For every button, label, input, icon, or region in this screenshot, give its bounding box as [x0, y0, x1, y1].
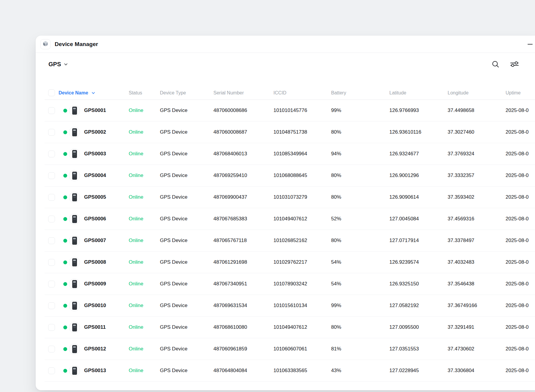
table-row[interactable]: GPS0010 Online GPS Device 487069631534 1…	[45, 295, 535, 317]
table-row[interactable]: GPS0006 Online GPS Device 487067685383 1…	[45, 208, 535, 230]
serial-number-value: 487069259410	[213, 173, 273, 178]
device-avatar	[69, 322, 80, 333]
serial-number-value: 487067340951	[213, 281, 273, 287]
column-header-iccid[interactable]: ICCID	[273, 90, 331, 96]
status-value: Online	[129, 259, 160, 265]
iccid-value: 101068088645	[273, 173, 331, 178]
column-header-device-type[interactable]: Device Type	[160, 90, 213, 96]
row-checkbox[interactable]	[48, 259, 55, 266]
online-status-dot-icon	[63, 130, 67, 134]
table-row[interactable]: GPS0003 Online GPS Device 487068406013 1…	[45, 143, 535, 165]
gps-tracker-icon	[72, 280, 77, 288]
battery-value: 80%	[331, 238, 389, 244]
row-checkbox[interactable]	[48, 346, 55, 353]
row-checkbox[interactable]	[48, 324, 55, 331]
iccid-value: 101085349964	[273, 151, 331, 157]
table-row[interactable]: GPS0007 Online GPS Device 487065767118 1…	[45, 230, 535, 252]
minimize-button[interactable]	[525, 40, 534, 49]
table-row[interactable]: GPS0002 Online GPS Device 487060008687 1…	[45, 121, 535, 143]
iccid-value: 101029762217	[273, 259, 331, 265]
online-status-dot-icon	[63, 217, 67, 221]
table-row[interactable]: GPS0011 Online GPS Device 487068610080 1…	[45, 317, 535, 338]
device-name-text: GPS0003	[84, 151, 106, 157]
table-row[interactable]: GPS0004 Online GPS Device 487069259410 1…	[45, 165, 535, 186]
row-checkbox[interactable]	[48, 367, 55, 374]
device-type-value: GPS Device	[160, 346, 213, 352]
clipped-edge-button[interactable]	[533, 59, 535, 69]
column-header-status[interactable]: Status	[129, 90, 160, 96]
status-value: Online	[129, 324, 160, 330]
device-type-value: GPS Device	[160, 259, 213, 265]
row-checkbox[interactable]	[48, 216, 55, 222]
row-checkbox[interactable]	[48, 107, 55, 114]
device-type-value: GPS Device	[160, 216, 213, 222]
device-type-dropdown[interactable]: GPS	[48, 53, 68, 75]
status-value: Online	[129, 346, 160, 352]
row-checkbox[interactable]	[48, 129, 55, 136]
online-status-dot-icon	[63, 304, 67, 308]
device-name-cell: GPS0011	[59, 317, 129, 338]
column-header-battery[interactable]: Battery	[331, 90, 389, 96]
table-row[interactable]: GPS0012 Online GPS Device 487060961859 1…	[45, 338, 535, 360]
status-value: Online	[129, 108, 160, 113]
device-type-value: GPS Device	[160, 368, 213, 374]
device-avatar	[69, 257, 80, 268]
table-row[interactable]: GPS0013 Online GPS Device 487064804084 1…	[45, 360, 535, 382]
row-checkbox[interactable]	[48, 151, 55, 157]
device-type-dropdown-label: GPS	[48, 61, 61, 68]
status-value: Online	[129, 281, 160, 287]
iccid-value: 101026852162	[273, 238, 331, 244]
serial-number-value: 487060961859	[213, 346, 273, 352]
serial-number-value: 487068406013	[213, 151, 273, 157]
column-header-serial-number[interactable]: Serial Number	[213, 90, 273, 96]
iccid-value: 101010145776	[273, 108, 331, 113]
device-type-value: GPS Device	[160, 129, 213, 135]
search-icon	[492, 60, 499, 68]
row-checkbox-cell	[45, 151, 59, 157]
device-name-text: GPS0006	[84, 216, 106, 222]
row-checkbox[interactable]	[48, 237, 55, 244]
title-bar: Device Manager	[36, 36, 535, 53]
device-name-text: GPS0001	[84, 108, 106, 113]
toolbar: GPS	[36, 53, 535, 75]
column-header-device-name[interactable]: Device Name	[59, 90, 129, 96]
uptime-value: 2025-08-0	[506, 216, 535, 222]
device-name-cell: GPS0003	[59, 143, 129, 165]
battery-value: 54%	[331, 259, 389, 265]
row-checkbox[interactable]	[48, 172, 55, 179]
latitude-value: 127.0228945	[389, 368, 448, 374]
latitude-value: 126.9239574	[389, 259, 448, 265]
column-header-latitude[interactable]: Latitude	[389, 90, 448, 96]
table-row[interactable]: GPS0009 Online GPS Device 487067340951 1…	[45, 273, 535, 295]
status-value: Online	[129, 151, 160, 157]
row-checkbox[interactable]	[48, 302, 55, 309]
search-button[interactable]	[490, 59, 501, 69]
serial-number-value: 487064804084	[213, 368, 273, 374]
serial-number-value: 487068610080	[213, 324, 273, 330]
online-status-dot-icon	[63, 152, 67, 156]
longitude-value: 37.4569316	[448, 216, 506, 222]
device-table: Device Name Status Device Type Serial Nu…	[45, 86, 535, 382]
serial-number-value: 487060008687	[213, 129, 273, 135]
longitude-value: 37.3306804	[448, 368, 506, 374]
table-row[interactable]: GPS0005 Online GPS Device 487069900437 1…	[45, 186, 535, 208]
column-header-longitude[interactable]: Longitude	[448, 90, 506, 96]
latitude-value: 127.0582192	[389, 303, 448, 309]
uptime-value: 2025-08-0	[506, 151, 535, 157]
filter-settings-button[interactable]	[509, 59, 520, 69]
iccid-value: 101048751738	[273, 129, 331, 135]
longitude-value: 37.4032483	[448, 259, 506, 265]
row-checkbox-cell	[45, 107, 59, 114]
row-checkbox[interactable]	[48, 194, 55, 201]
table-row[interactable]: GPS0001 Online GPS Device 487060008686 1…	[45, 100, 535, 121]
iccid-value: 101031073279	[273, 194, 331, 200]
table-row[interactable]: GPS0008 Online GPS Device 487061291698 1…	[45, 252, 535, 273]
column-header-uptime[interactable]: Uptime	[506, 90, 535, 96]
iccid-value: 101078903242	[273, 281, 331, 287]
longitude-value: 37.4498658	[448, 108, 506, 113]
latitude-value: 126.9090614	[389, 194, 448, 200]
device-avatar	[69, 279, 80, 290]
select-all-checkbox[interactable]	[48, 89, 55, 96]
row-checkbox[interactable]	[48, 281, 55, 287]
device-avatar	[69, 170, 80, 181]
